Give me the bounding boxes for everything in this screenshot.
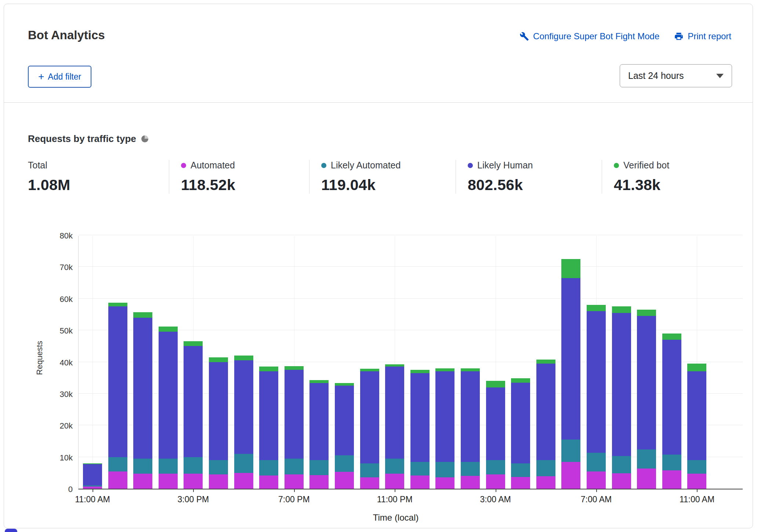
printer-icon xyxy=(674,32,684,41)
bar-segment-automated xyxy=(385,474,404,489)
time-range-dropdown[interactable]: Last 24 hours xyxy=(620,64,732,87)
stacked-bar-19[interactable] xyxy=(561,236,580,489)
bar-segment-verified-bot xyxy=(234,356,253,360)
stacked-bar-1[interactable] xyxy=(108,236,127,489)
stat-total[interactable]: Total 1.08M xyxy=(28,160,169,194)
stat-value: 1.08M xyxy=(28,176,169,194)
stat-value: 802.56k xyxy=(468,176,602,194)
bar-segment-likely-automated xyxy=(234,454,253,473)
section-title: Requests by traffic type xyxy=(28,133,136,145)
stat-automated[interactable]: Automated 118.52k xyxy=(169,160,309,194)
bar-segment-likely-human xyxy=(83,464,102,485)
bar-segment-likely-human xyxy=(133,318,152,459)
bar-segment-verified-bot xyxy=(511,378,530,382)
legend-dot xyxy=(181,163,186,168)
bar-segment-verified-bot xyxy=(83,463,102,464)
bar-segment-verified-bot xyxy=(108,303,127,306)
stacked-bar-7[interactable] xyxy=(259,236,278,489)
bar-segment-verified-bot xyxy=(385,364,404,367)
stacked-bar-9[interactable] xyxy=(309,236,329,489)
stacked-bar-21[interactable] xyxy=(612,236,631,489)
stacked-bar-3[interactable] xyxy=(159,236,178,489)
bar-segment-likely-human xyxy=(637,316,656,449)
stacked-bar-12[interactable] xyxy=(385,236,404,489)
bar-segment-verified-bot xyxy=(435,368,454,372)
stacked-bar-24[interactable] xyxy=(687,236,706,489)
partial-bottom-widget[interactable] xyxy=(5,529,17,532)
print-report-link[interactable]: Print report xyxy=(674,31,731,41)
stacked-bar-5[interactable] xyxy=(209,236,228,489)
stacked-bar-17[interactable] xyxy=(511,236,530,489)
bar-segment-automated xyxy=(209,474,228,489)
stat-likely-automated[interactable]: Likely Automated 119.04k xyxy=(309,160,456,194)
bar-segment-automated xyxy=(360,477,379,489)
bar-segment-likely-human xyxy=(209,362,228,460)
x-tick-mark xyxy=(496,489,496,492)
stacked-bar-8[interactable] xyxy=(285,236,304,489)
bar-segment-likely-automated xyxy=(410,462,430,475)
stacked-bar-6[interactable] xyxy=(234,236,253,489)
stat-verified-bot[interactable]: Verified bot 41.38k xyxy=(602,160,727,194)
stacked-bar-13[interactable] xyxy=(410,236,430,489)
stacked-bar-11[interactable] xyxy=(360,236,379,489)
bar-segment-automated xyxy=(662,470,681,489)
stat-likely-human[interactable]: Likely Human 802.56k xyxy=(456,160,602,194)
print-link-label: Print report xyxy=(688,31,731,41)
stacked-bar-20[interactable] xyxy=(587,236,606,489)
pie-chart-icon xyxy=(141,135,148,142)
stacked-bar-4[interactable] xyxy=(184,236,203,489)
stat-label: Likely Automated xyxy=(331,160,401,171)
x-tick-label: 11:00 AM xyxy=(671,495,722,504)
bar-segment-likely-automated xyxy=(285,459,304,474)
bar-segment-automated xyxy=(285,474,304,489)
bar-segment-automated xyxy=(486,474,505,489)
configure-super-bot-fight-mode-link[interactable]: Configure Super Bot Fight Mode xyxy=(519,31,659,41)
header-divider xyxy=(4,102,753,103)
stacked-bar-18[interactable] xyxy=(536,236,555,489)
bar-segment-likely-human xyxy=(410,373,430,462)
bar-segment-verified-bot xyxy=(561,259,580,278)
add-filter-button[interactable]: + Add filter xyxy=(28,66,91,88)
bar-segment-verified-bot xyxy=(184,341,203,346)
y-tick-label: 10k xyxy=(40,453,73,463)
bar-segment-automated xyxy=(259,475,278,489)
stacked-bar-22[interactable] xyxy=(637,236,656,489)
legend-dot xyxy=(321,163,326,168)
bar-segment-likely-human xyxy=(108,306,127,457)
stacked-bar-0[interactable] xyxy=(83,236,102,489)
bar-segment-likely-automated xyxy=(159,459,178,474)
bar-segment-automated xyxy=(536,476,555,489)
stat-value: 119.04k xyxy=(321,176,456,194)
y-tick-label: 0 xyxy=(40,484,73,495)
bar-segment-likely-human xyxy=(511,383,530,463)
bar-segment-verified-bot xyxy=(662,334,681,340)
stacked-bar-2[interactable] xyxy=(133,236,152,489)
section-title-row: Requests by traffic type xyxy=(28,133,148,145)
stacked-bar-23[interactable] xyxy=(662,236,681,489)
stacked-bar-15[interactable] xyxy=(461,236,480,489)
bar-segment-automated xyxy=(309,475,329,489)
stacked-bar-10[interactable] xyxy=(335,236,354,489)
bar-segment-automated xyxy=(612,473,631,489)
bar-segment-automated xyxy=(133,474,152,489)
bar-segment-likely-human xyxy=(184,346,203,457)
stacked-bar-16[interactable] xyxy=(486,236,505,489)
y-tick-label: 40k xyxy=(40,358,73,368)
bar-segment-likely-automated xyxy=(687,460,706,473)
bar-segment-likely-human xyxy=(536,364,555,460)
bar-segment-automated xyxy=(687,474,706,489)
stat-label: Total xyxy=(28,160,47,171)
bar-segment-automated xyxy=(108,471,127,489)
bar-segment-verified-bot xyxy=(259,367,278,371)
stat-label: Automated xyxy=(191,160,235,171)
bar-segment-likely-human xyxy=(259,371,278,460)
x-tick-label: 7:00 PM xyxy=(268,495,320,504)
bar-segment-automated xyxy=(83,487,102,489)
bar-segment-likely-human xyxy=(285,370,304,459)
bar-segment-likely-automated xyxy=(385,459,404,474)
x-tick-label: 11:00 PM xyxy=(369,495,420,504)
bar-segment-likely-human xyxy=(561,278,580,440)
bar-segment-likely-human xyxy=(662,340,681,455)
x-tick-label: 3:00 AM xyxy=(470,495,521,504)
stacked-bar-14[interactable] xyxy=(435,236,454,489)
